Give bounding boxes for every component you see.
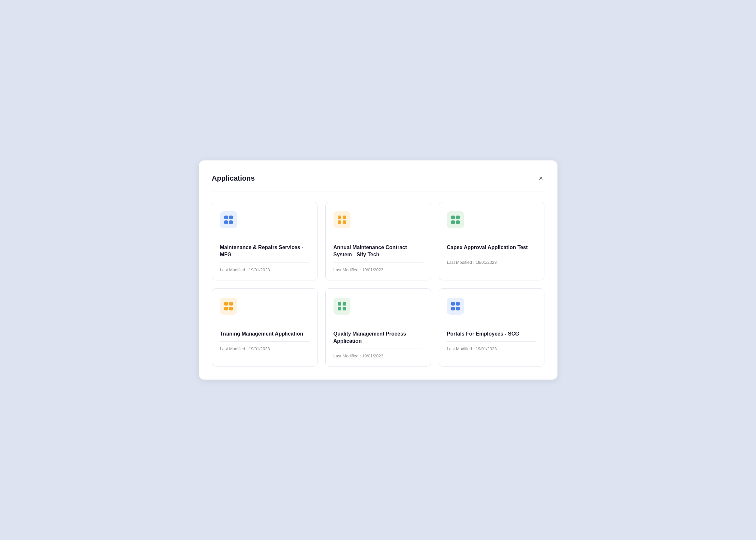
grid-icon-1 [224,215,233,224]
app-name-5: Quality Management Process Application [333,330,423,345]
app-card-1[interactable]: Maintenance & Repairs Services - MFGLast… [212,202,317,280]
app-divider-5 [333,348,423,349]
grid-icon-3 [451,215,460,224]
app-icon-2 [333,211,350,228]
app-modified-4: Last Modified : 19/01/2023 [220,346,310,351]
applications-modal: Applications × Maintenance & Repairs Ser… [199,160,558,380]
app-card-3[interactable]: Capex Approval Application TestLast Modi… [439,202,545,280]
app-card-2[interactable]: Annual Maintenance Contract System - Sif… [325,202,431,280]
app-modified-6: Last Modified : 19/01/2023 [447,346,536,351]
grid-icon-2 [338,215,346,224]
cards-grid: Maintenance & Repairs Services - MFGLast… [212,202,545,367]
modal-header: Applications × [212,174,545,192]
app-name-2: Annual Maintenance Contract System - Sif… [333,244,423,259]
grid-icon-5 [338,302,346,311]
app-card-5[interactable]: Quality Management Process ApplicationLa… [325,288,431,367]
modal-title: Applications [212,174,255,183]
app-divider-6 [447,341,536,342]
grid-icon-4 [224,302,233,311]
app-card-6[interactable]: Portals For Employees - SCGLast Modified… [439,288,545,367]
app-modified-2: Last Modified : 19/01/2023 [333,267,423,272]
app-divider-2 [333,262,423,263]
app-modified-3: Last Modified : 19/01/2023 [447,260,536,265]
app-name-3: Capex Approval Application Test [447,244,536,251]
grid-icon-6 [451,302,460,311]
app-modified-5: Last Modified : 19/01/2023 [333,353,423,358]
app-divider-1 [220,262,310,263]
app-icon-6 [447,298,464,315]
app-icon-1 [220,211,237,228]
app-divider-3 [447,255,536,255]
app-icon-3 [447,211,464,228]
app-card-4[interactable]: Training Management ApplicationLast Modi… [212,288,317,367]
app-divider-4 [220,341,310,342]
app-name-6: Portals For Employees - SCG [447,330,536,338]
app-name-4: Training Management Application [220,330,310,338]
close-button[interactable]: × [538,174,545,183]
app-icon-4 [220,298,237,315]
app-modified-1: Last Modified : 19/01/2023 [220,267,310,272]
app-name-1: Maintenance & Repairs Services - MFG [220,244,310,259]
app-icon-5 [333,298,350,315]
